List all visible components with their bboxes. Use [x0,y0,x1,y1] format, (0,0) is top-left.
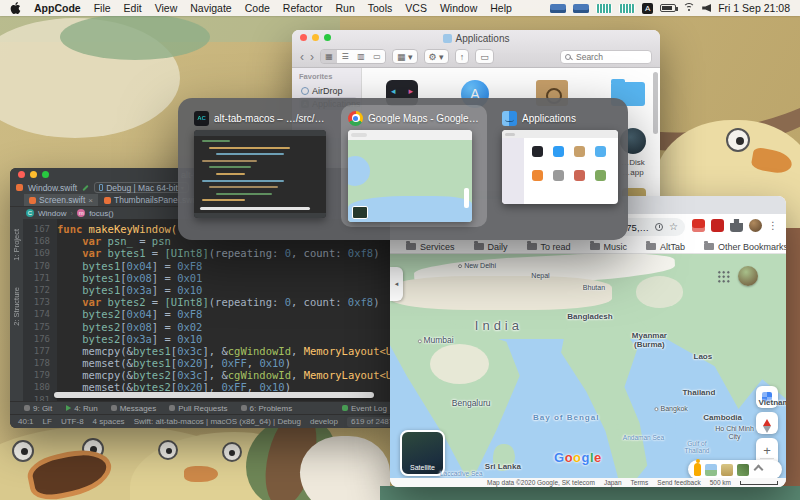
menu-refactor[interactable]: Refactor [283,2,323,14]
menu-vcs[interactable]: VCS [405,2,427,14]
group-button[interactable]: ▦ ▾ [392,49,418,64]
list-view-button[interactable]: ☰ [337,50,353,63]
menu-tools[interactable]: Tools [368,2,393,14]
window-thumbnail-chrome[interactable] [348,130,472,222]
finder-window-title: Applications [456,33,510,44]
horizontal-scrollbar[interactable] [54,392,374,398]
map-layers-pill[interactable] [688,460,782,478]
chart-widget-icon[interactable] [596,4,612,13]
line-number: 174 [23,308,57,320]
code-line: 171 bytes1[0x08] = 0x01 [23,272,397,284]
bookmark-star-icon[interactable]: ☆ [669,222,678,232]
profile-avatar[interactable] [749,219,762,232]
monitor-widget-icon[interactable] [573,4,589,13]
code-editor[interactable]: 167func makeKeyWindow(168 var psn_ = psn… [23,219,397,401]
puzzle-extension-icon[interactable] [730,219,743,232]
finder-traffic-lights[interactable] [300,34,331,41]
switcher-item-appcode[interactable]: alt-tab-macos – …/src/logic… [187,105,333,223]
current-file-label[interactable]: Window.swift [28,183,77,193]
thumbnail-decor [202,180,284,182]
google-map[interactable]: ◂ Satellite + − Google New DelhiNepalBhu… [390,254,786,478]
chart-widget-icon[interactable] [619,4,635,13]
wifi-icon[interactable] [683,3,695,13]
collapse-chevron-icon[interactable] [754,465,764,475]
menu-file[interactable]: File [94,2,111,14]
forward-button[interactable]: › [310,50,314,64]
toolwindow-prob[interactable]: 6: Problems [241,404,293,413]
menu-view[interactable]: View [155,2,178,14]
share-button[interactable]: ↑ [455,49,470,64]
gallery-view-button[interactable]: ▭ [369,50,385,63]
run-configuration-selector[interactable]: Debug | Mac 64-bit ▾ [94,182,189,193]
url-text[interactable]: 75,… [626,222,649,233]
input-source-icon[interactable]: A [642,3,653,14]
extension-icon[interactable] [711,219,724,232]
google-account-avatar[interactable] [738,266,758,286]
menu-window[interactable]: Window [440,2,477,14]
side-panel-toggle[interactable]: ◂ [390,267,403,301]
back-button[interactable]: ‹ [300,50,304,64]
menu-code[interactable]: Code [245,2,270,14]
battery-icon[interactable] [660,4,676,12]
finder-scrollbar[interactable] [653,72,658,134]
switcher-item-finder[interactable]: Applications [495,105,625,209]
menu-help[interactable]: Help [490,2,512,14]
bookmark-daily[interactable]: Daily [474,242,508,252]
structure-tool-button[interactable]: 2: Structure [12,287,21,326]
monitor-widget-icon[interactable] [550,4,566,13]
google-apps-grid-icon[interactable] [717,270,730,283]
code-token: bytes2 [108,296,146,308]
history-clock-icon[interactable] [655,223,663,231]
bookmark-music[interactable]: Music [590,242,628,252]
menu-navigate[interactable]: Navigate [190,2,231,14]
other-bookmarks[interactable]: Other Bookmarks [704,242,786,252]
zoom-in-button[interactable]: + [763,443,771,458]
bookmark-alttab[interactable]: AltTab [646,242,685,252]
chrome-menu-icon[interactable]: ⋮ [768,220,778,231]
code-line: 179 memcpy(&bytes2[0x3c], &cgWindowId, M… [23,369,397,381]
menu-edit[interactable]: Edit [124,2,142,14]
finder-search-field[interactable] [560,50,652,64]
column-view-button[interactable]: ▥ [353,50,369,63]
menubar-clock[interactable]: Fri 1 Sep 21:08 [718,2,790,14]
tags-button[interactable]: ▭ [475,49,494,64]
breadcrumb-method[interactable]: focus() [89,209,113,218]
window-thumbnail-appcode[interactable] [194,130,326,218]
finder-icon [502,111,517,126]
tab-close-icon[interactable]: × [88,196,93,205]
bookmark-services[interactable]: Services [406,242,455,252]
view-switcher[interactable]: ▦ ☰ ▥ ▭ [320,49,386,64]
toolwindow-msg[interactable]: Messages [111,404,156,413]
toolwindow-label: 9: Git [33,404,52,413]
project-tool-button[interactable]: 1: Project [12,229,21,261]
attribution-link[interactable]: Send feedback [657,479,700,486]
toolwindow-run[interactable]: 4: Run [65,404,98,413]
switcher-item-chrome[interactable]: Google Maps - Google Chr… [341,105,487,227]
toolwindow-git[interactable]: 9: Git [24,404,52,413]
tab-screen.swift[interactable]: Screen.swift× [24,194,98,206]
active-app-menu[interactable]: AppCode [34,2,81,14]
event-log-button[interactable]: Event Log [342,404,387,413]
finder-titlebar[interactable]: Applications [292,30,660,46]
attribution-link[interactable]: Japan [604,479,622,486]
toolwindow-pr[interactable]: Pull Requests [169,404,227,413]
maptype-thumbnail[interactable] [721,464,733,476]
pegman-icon[interactable] [694,463,701,476]
attribution-link[interactable]: Terms [631,479,649,486]
sidebar-item-airdrop[interactable]: AirDrop [299,84,357,97]
switcher-item-title: Applications [522,113,576,124]
breadcrumb-class[interactable]: Window [38,209,66,218]
search-input[interactable] [574,51,648,63]
ide-traffic-lights[interactable] [18,171,49,178]
volume-icon[interactable] [702,4,711,12]
icon-view-button[interactable]: ▦ [321,50,337,63]
satellite-layer-chip[interactable]: Satellite [400,430,445,476]
maptype-thumbnail[interactable] [705,464,717,476]
extension-icon[interactable] [692,219,705,232]
menu-run[interactable]: Run [336,2,355,14]
maptype-thumbnail[interactable] [737,464,749,476]
apple-menu-icon[interactable] [10,2,21,14]
action-gear-button[interactable]: ⚙ ▾ [424,49,449,64]
window-thumbnail-finder[interactable] [502,130,618,204]
bookmark-to-read[interactable]: To read [527,242,571,252]
